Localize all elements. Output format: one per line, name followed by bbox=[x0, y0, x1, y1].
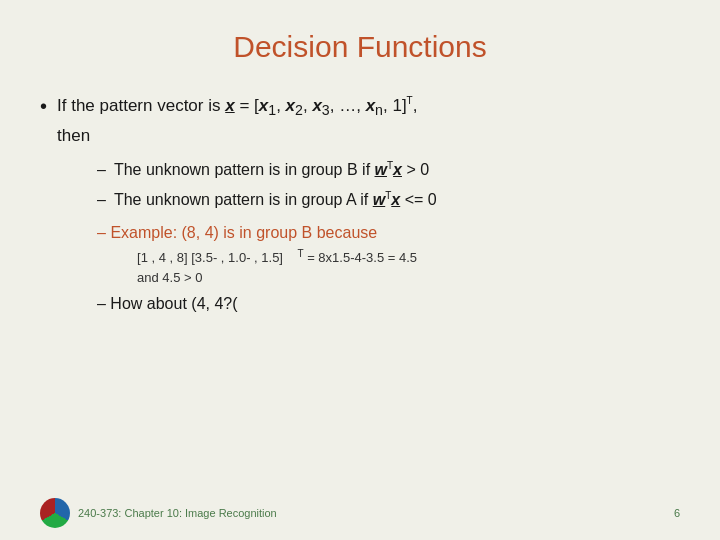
footer-logo bbox=[40, 498, 70, 528]
example-detail: [1 , 4 , 8] [3.5- , 1.0- , 1.5] T = 8x1.… bbox=[137, 246, 437, 268]
main-bullet: • If the pattern vector is x = [x1, x2, … bbox=[40, 92, 680, 321]
group-a-text: The unknown pattern is in group A if wTx… bbox=[114, 187, 437, 213]
footer-course: 240-373: Chapter 10: Image Recognition bbox=[78, 507, 277, 519]
slide-content: • If the pattern vector is x = [x1, x2, … bbox=[40, 92, 680, 321]
dash-2: – bbox=[97, 187, 106, 213]
slide: Decision Functions • If the pattern vect… bbox=[0, 0, 720, 540]
sub-items-list: – The unknown pattern is in group B if w… bbox=[97, 157, 437, 212]
main-text-2: = [x1, x2, x3, …, xn, 1]T, bbox=[235, 96, 418, 115]
sub-item-group-a: – The unknown pattern is in group A if w… bbox=[97, 187, 437, 213]
bullet-symbol: • bbox=[40, 92, 47, 120]
example-dash: – bbox=[97, 224, 106, 241]
example-header-text: Example: (8, 4) is in group B because bbox=[110, 224, 377, 241]
pattern-vector-x: x bbox=[225, 96, 234, 115]
dash-1: – bbox=[97, 157, 106, 183]
group-b-text: The unknown pattern is in group B if wTx… bbox=[114, 157, 429, 183]
how-about-text: – How about (4, 4?( bbox=[97, 295, 238, 312]
main-bullet-text: If the pattern vector is x = [x1, x2, x3… bbox=[57, 92, 437, 321]
footer-page-number: 6 bbox=[674, 507, 680, 519]
example-header: – Example: (8, 4) is in group B because bbox=[97, 220, 437, 246]
footer-left: 240-373: Chapter 10: Image Recognition bbox=[40, 498, 277, 528]
slide-footer: 240-373: Chapter 10: Image Recognition 6 bbox=[40, 498, 680, 528]
how-about-section: – How about (4, 4?( bbox=[97, 291, 437, 317]
example-and: and 4.5 > 0 bbox=[137, 268, 437, 288]
main-text-1: If the pattern vector is bbox=[57, 96, 225, 115]
then-text: then bbox=[57, 126, 90, 145]
example-section: – Example: (8, 4) is in group B because … bbox=[97, 220, 437, 287]
slide-title: Decision Functions bbox=[40, 30, 680, 64]
sub-item-group-b: – The unknown pattern is in group B if w… bbox=[97, 157, 437, 183]
